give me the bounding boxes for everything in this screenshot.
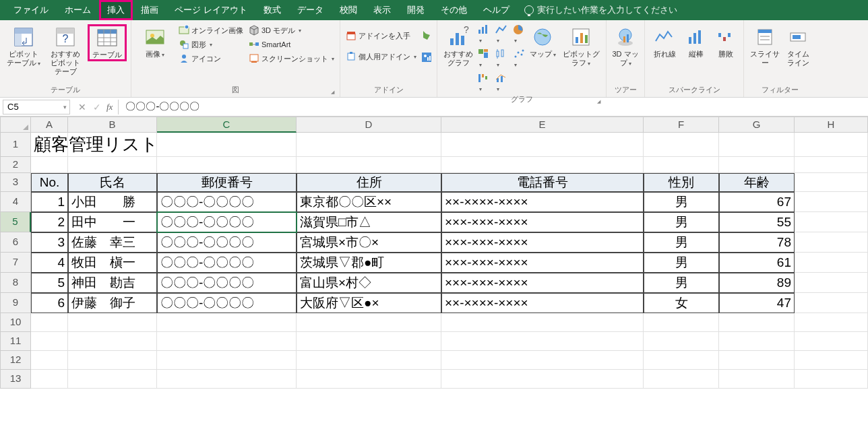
row-header[interactable]: 10 xyxy=(0,313,31,332)
cell[interactable]: 電話番号 xyxy=(441,173,644,192)
cell[interactable]: 神田 勘吉 xyxy=(68,273,157,293)
cell[interactable] xyxy=(719,370,795,389)
cell[interactable]: 富山県×村◇ xyxy=(297,273,441,293)
combo-chart-button[interactable] xyxy=(495,73,507,93)
slicer-button[interactable]: スライサー xyxy=(748,24,782,69)
cell[interactable]: 氏名 xyxy=(68,173,157,192)
col-header-h[interactable]: H xyxy=(795,117,868,133)
my-addins-button[interactable]: 個人用アドイン xyxy=(344,51,418,63)
cell[interactable]: 47 xyxy=(719,293,795,313)
cell[interactable] xyxy=(795,212,868,232)
cell[interactable]: 田中 一 xyxy=(68,212,157,232)
row-header[interactable]: 6 xyxy=(0,232,31,253)
tab-home[interactable]: ホーム xyxy=(57,0,99,20)
cell[interactable] xyxy=(644,313,719,332)
cell[interactable] xyxy=(795,157,868,173)
tab-insert[interactable]: 挿入 xyxy=(99,0,133,20)
cell[interactable] xyxy=(795,313,868,332)
timeline-button[interactable]: タイム ライン xyxy=(784,24,811,69)
smartart-button[interactable]: SmartArt xyxy=(247,38,336,51)
cell[interactable] xyxy=(297,157,441,173)
cell[interactable]: 男 xyxy=(644,273,719,293)
row-header[interactable]: 9 xyxy=(0,293,31,313)
recommended-charts-button[interactable]: ? おすすめ グラフ xyxy=(441,24,475,69)
row-header[interactable]: 13 xyxy=(0,370,31,389)
get-addins-button[interactable]: アドインを入手 xyxy=(344,30,418,42)
tab-draw[interactable]: 描画 xyxy=(133,0,166,20)
tell-me-search[interactable]: 実行したい作業を入力してください xyxy=(524,4,677,16)
online-pictures-button[interactable]: オンライン画像 xyxy=(177,24,245,36)
row-header[interactable]: 5 xyxy=(0,212,31,232)
cell[interactable] xyxy=(31,351,68,370)
cell[interactable]: 〇〇〇-〇〇〇〇 xyxy=(157,212,297,232)
hierarchy-chart-button[interactable] xyxy=(478,48,490,69)
cell[interactable] xyxy=(719,332,795,351)
enter-formula-icon[interactable]: ✓ xyxy=(93,102,101,112)
cell[interactable] xyxy=(31,370,68,389)
tab-developer[interactable]: 開発 xyxy=(399,0,433,20)
cell[interactable]: ×××-×××-×××× xyxy=(441,212,644,232)
table-button[interactable]: テーブル xyxy=(88,24,127,61)
select-all-corner[interactable] xyxy=(0,117,31,133)
cell[interactable] xyxy=(795,232,868,253)
cell[interactable] xyxy=(644,370,719,389)
cell[interactable] xyxy=(68,313,157,332)
cell[interactable]: 1 xyxy=(31,192,68,212)
row-header[interactable]: 1 xyxy=(0,133,31,157)
tab-formulas[interactable]: 数式 xyxy=(255,0,289,20)
sparkline-line-button[interactable]: 折れ線 xyxy=(649,24,680,60)
cell[interactable] xyxy=(795,351,868,370)
cell[interactable] xyxy=(297,313,441,332)
scatter-chart-button[interactable] xyxy=(513,48,525,69)
cell[interactable] xyxy=(719,157,795,173)
row-header[interactable]: 3 xyxy=(0,173,31,192)
cell[interactable]: 〇〇〇-〇〇〇〇 xyxy=(157,253,297,273)
waterfall-chart-button[interactable] xyxy=(478,73,490,93)
fx-icon[interactable]: fx xyxy=(106,102,113,112)
screenshot-button[interactable]: スクリーンショット xyxy=(247,53,336,65)
cell[interactable] xyxy=(441,313,644,332)
cell[interactable]: 67 xyxy=(719,192,795,212)
cell[interactable]: 牧田 槇一 xyxy=(68,253,157,273)
cell[interactable]: 男 xyxy=(644,212,719,232)
tab-other[interactable]: その他 xyxy=(433,0,475,20)
cell[interactable]: 宮城県×市〇× xyxy=(297,232,441,253)
cell[interactable]: 顧客管理リスト xyxy=(31,133,68,157)
col-header-f[interactable]: F xyxy=(644,117,719,133)
line-chart-button[interactable] xyxy=(495,24,507,44)
3d-models-button[interactable]: 3D モデル xyxy=(247,24,336,36)
row-header[interactable]: 11 xyxy=(0,332,31,351)
cell[interactable]: 2 xyxy=(31,212,68,232)
cell[interactable]: 男 xyxy=(644,232,719,253)
cell[interactable]: 5 xyxy=(31,273,68,293)
cell[interactable]: 61 xyxy=(719,253,795,273)
cell[interactable]: 小田 勝 xyxy=(68,192,157,212)
cell[interactable]: 伊藤 御子 xyxy=(68,293,157,313)
3d-map-button[interactable]: 3D マップ xyxy=(611,24,640,69)
tab-help[interactable]: ヘルプ xyxy=(475,0,518,20)
col-header-b[interactable]: B xyxy=(68,117,157,133)
cell[interactable]: 78 xyxy=(719,232,795,253)
people-graph-icon[interactable] xyxy=(421,51,433,63)
cell[interactable] xyxy=(644,157,719,173)
statistic-chart-button[interactable] xyxy=(495,48,507,69)
cell[interactable]: 55 xyxy=(719,212,795,232)
cell[interactable]: 89 xyxy=(719,273,795,293)
cell[interactable] xyxy=(68,370,157,389)
bing-maps-icon[interactable] xyxy=(421,30,433,42)
row-header[interactable]: 8 xyxy=(0,273,31,293)
cell[interactable]: 住所 xyxy=(297,173,441,192)
cell[interactable] xyxy=(644,133,719,157)
cell[interactable]: 〇〇〇-〇〇〇〇 xyxy=(157,232,297,253)
pivot-chart-button[interactable]: ピボットグラフ xyxy=(560,24,602,69)
icons-button[interactable]: アイコン xyxy=(177,53,245,65)
tab-view[interactable]: 表示 xyxy=(365,0,399,20)
cell[interactable] xyxy=(157,370,297,389)
cell[interactable]: 3 xyxy=(31,232,68,253)
cell[interactable]: 大阪府▽区●× xyxy=(297,293,441,313)
cell[interactable] xyxy=(157,313,297,332)
row-header[interactable]: 12 xyxy=(0,351,31,370)
cell[interactable]: 年齢 xyxy=(719,173,795,192)
cell[interactable] xyxy=(297,332,441,351)
cell[interactable]: 佐藤 幸三 xyxy=(68,232,157,253)
